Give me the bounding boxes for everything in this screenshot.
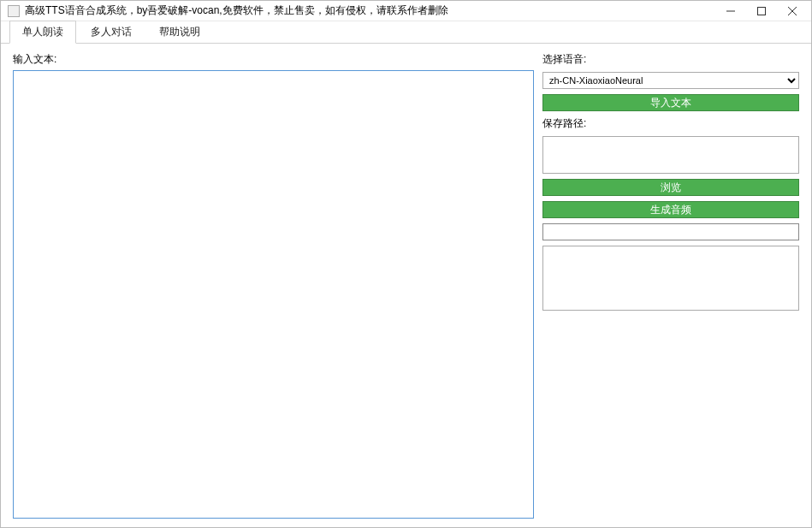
import-text-button[interactable]: 导入文本: [542, 94, 799, 111]
maximize-button[interactable]: [746, 1, 777, 21]
log-output[interactable]: [542, 246, 799, 311]
voice-label: 选择语音:: [542, 52, 799, 67]
voice-select[interactable]: zh-CN-XiaoxiaoNeural: [542, 72, 799, 89]
tab-bar: 单人朗读 多人对话 帮助说明: [1, 21, 811, 44]
window-title: 高级TTS语音合成系统，by吾爱破解-vocan,免费软件，禁止售卖，如有侵权，…: [25, 3, 715, 18]
minimize-icon: [726, 7, 735, 15]
tab-single-read[interactable]: 单人朗读: [9, 21, 76, 44]
right-pane: 选择语音: zh-CN-XiaoxiaoNeural 导入文本 保存路径: 浏览…: [542, 52, 799, 519]
minimize-button[interactable]: [715, 1, 746, 21]
browse-button[interactable]: 浏览: [542, 179, 799, 196]
window-controls: [715, 1, 808, 21]
content-area: 输入文本: 选择语音: zh-CN-XiaoxiaoNeural 导入文本 保存…: [1, 44, 811, 527]
input-text-label: 输入文本:: [13, 52, 534, 67]
input-text-area[interactable]: [13, 70, 534, 519]
close-icon: [788, 7, 797, 15]
status-field[interactable]: [542, 223, 799, 240]
maximize-icon: [757, 7, 766, 15]
left-pane: 输入文本:: [13, 52, 534, 519]
svg-rect-1: [758, 8, 766, 15]
titlebar: 高级TTS语音合成系统，by吾爱破解-vocan,免费软件，禁止售卖，如有侵权，…: [1, 1, 811, 21]
tab-multi-dialog[interactable]: 多人对话: [78, 21, 145, 43]
tab-help[interactable]: 帮助说明: [146, 21, 213, 43]
close-button[interactable]: [777, 1, 808, 21]
generate-audio-button[interactable]: 生成音频: [542, 201, 799, 218]
save-path-input[interactable]: [542, 136, 799, 174]
app-window: 高级TTS语音合成系统，by吾爱破解-vocan,免费软件，禁止售卖，如有侵权，…: [0, 0, 812, 528]
app-icon: [8, 5, 20, 17]
save-path-label: 保存路径:: [542, 116, 799, 131]
